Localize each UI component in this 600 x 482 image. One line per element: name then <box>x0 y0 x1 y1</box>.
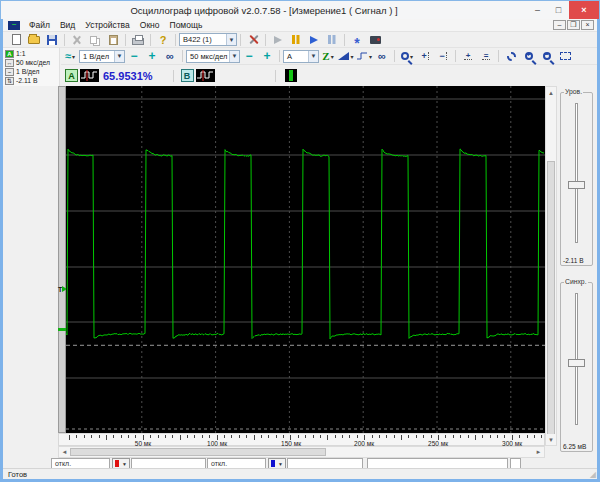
zoom-v-out-button[interactable]: = <box>478 49 494 64</box>
save-button[interactable] <box>44 32 60 47</box>
oscilloscope-plot[interactable] <box>66 86 545 433</box>
info-timebase-row: ↔ 50 мкс/дел <box>3 58 59 67</box>
volts-decrease-button[interactable]: − <box>126 49 142 64</box>
device-combo[interactable]: B422 (1) ▼ <box>179 33 237 46</box>
trigger-search-button[interactable]: ∞ <box>374 49 390 64</box>
new-button[interactable] <box>8 32 24 47</box>
print-button[interactable] <box>130 32 146 47</box>
level-value: -2.11 В <box>16 77 37 84</box>
ruler-tick <box>519 435 520 438</box>
paste-button[interactable] <box>105 32 121 47</box>
zoom-settings-button[interactable] <box>503 49 519 64</box>
ruler-tick <box>482 435 483 438</box>
trigger-mode-button[interactable]: Z▾ <box>320 49 336 64</box>
measure-waveform-b-icon[interactable] <box>196 69 215 82</box>
mdi-restore-button[interactable]: ❒ <box>567 20 580 30</box>
time-increase-button[interactable]: + <box>259 49 275 64</box>
timebase-icon: ↔ <box>5 59 14 67</box>
volts-div-icon: ~ <box>5 68 14 76</box>
zoom-in-button[interactable] <box>521 49 537 64</box>
measure-waveform-a-icon[interactable] <box>80 69 99 82</box>
volts-search-button[interactable]: ∞ <box>162 49 178 64</box>
channel-b-badge: B <box>181 69 194 82</box>
zoom-h-in-button[interactable]: + <box>417 49 433 64</box>
capture-button[interactable] <box>367 32 383 47</box>
single-pause-button[interactable] <box>324 32 340 47</box>
vertical-scrollbar-thumb[interactable] <box>547 161 555 435</box>
scroll-left-button[interactable]: ◄ <box>59 447 70 457</box>
scroll-down-button[interactable]: ▼ <box>546 434 556 445</box>
time-decrease-button[interactable]: − <box>241 49 257 64</box>
menu-devices[interactable]: Устройства <box>80 20 134 30</box>
single-start-button[interactable] <box>306 32 322 47</box>
ruler-tick <box>268 435 269 438</box>
ruler-tick <box>512 435 513 440</box>
chevron-down-icon: ▾ <box>72 53 75 60</box>
timebase-value: 50 мкс/дел <box>16 59 50 66</box>
ruler-tick <box>438 435 439 440</box>
ruler-tick <box>165 435 166 438</box>
trigger-edge-button[interactable]: ▾ <box>356 49 372 64</box>
open-button[interactable] <box>26 32 42 47</box>
level-slider-thumb[interactable] <box>568 181 585 189</box>
marker-strip[interactable]: Т <box>58 86 66 433</box>
minimize-button[interactable]: – <box>527 1 548 19</box>
separator <box>279 50 280 62</box>
mdi-minimize-button[interactable]: – <box>553 20 566 30</box>
scroll-up-button[interactable]: ▲ <box>546 87 556 98</box>
volts-increase-button[interactable]: + <box>144 49 160 64</box>
horizontal-scrollbar-thumb[interactable] <box>70 448 326 456</box>
ruler-tick <box>475 435 476 440</box>
binoculars-icon: ∞ <box>166 51 174 61</box>
device-settings-button[interactable] <box>245 32 261 47</box>
cut-button[interactable] <box>69 32 85 47</box>
coupling-button[interactable]: ≈▾ <box>62 49 78 64</box>
separator <box>125 34 126 46</box>
help-button[interactable]: ? <box>155 32 171 47</box>
ruler-tick <box>276 435 277 438</box>
menu-help[interactable]: Помощь <box>165 20 208 30</box>
paste-icon <box>109 35 118 45</box>
separator <box>173 70 174 82</box>
help-icon: ? <box>160 34 167 46</box>
pause-button[interactable] <box>288 32 304 47</box>
zoom-mode-button[interactable]: ▾ <box>399 49 415 64</box>
signal-indicator-icon[interactable] <box>285 69 297 82</box>
trigger-channel-combo[interactable]: A ▼ <box>283 50 319 63</box>
zoom-out-button[interactable] <box>539 49 555 64</box>
copy-button[interactable] <box>87 32 103 47</box>
freeze-button[interactable]: * <box>349 32 365 47</box>
horizontal-scrollbar[interactable]: ◄ ► <box>58 446 545 458</box>
zero-marker-bar-icon <box>58 328 66 331</box>
menu-window[interactable]: Окно <box>135 20 165 30</box>
zoom-window-button[interactable] <box>557 49 573 64</box>
new-file-icon <box>12 34 21 45</box>
maximize-button[interactable]: □ <box>548 1 569 19</box>
menu-view[interactable]: Вид <box>55 20 80 30</box>
time-per-div-combo[interactable]: 50 мкс/дел ▼ <box>186 50 240 63</box>
chevron-down-icon[interactable]: ▼ <box>114 51 124 62</box>
start-button[interactable] <box>270 32 286 47</box>
chevron-down-icon[interactable]: ▼ <box>226 34 236 45</box>
mdi-close-button[interactable]: × <box>581 20 594 30</box>
chevron-down-icon[interactable]: ▼ <box>229 51 239 62</box>
volts-per-div-combo[interactable]: 1 В/дел ▼ <box>79 50 125 63</box>
scroll-right-button[interactable]: ► <box>533 447 544 457</box>
ruler-tick <box>135 435 136 438</box>
ruler-tick <box>143 435 144 440</box>
level-icon: ⇅ <box>5 77 14 85</box>
ruler-tick <box>69 435 70 440</box>
menu-file[interactable]: Файл <box>24 20 55 30</box>
trigger-channel-value: A <box>287 52 292 61</box>
chevron-down-icon[interactable]: ▼ <box>308 51 318 62</box>
sync-slider-thumb[interactable] <box>568 359 585 367</box>
sync-value: 6.25 мВ <box>563 443 586 450</box>
resize-grip[interactable]: ◢ <box>590 470 596 479</box>
trigger-slope-button[interactable]: ▾ <box>338 49 354 64</box>
zoom-h-out-button[interactable]: − <box>435 49 451 64</box>
level-slider-track[interactable] <box>575 103 578 243</box>
close-button[interactable]: × <box>569 1 599 19</box>
zoom-v-in-button[interactable]: + <box>460 49 476 64</box>
ruler-tick <box>187 435 188 438</box>
vertical-scrollbar[interactable]: ▲ ▼ <box>545 86 557 446</box>
